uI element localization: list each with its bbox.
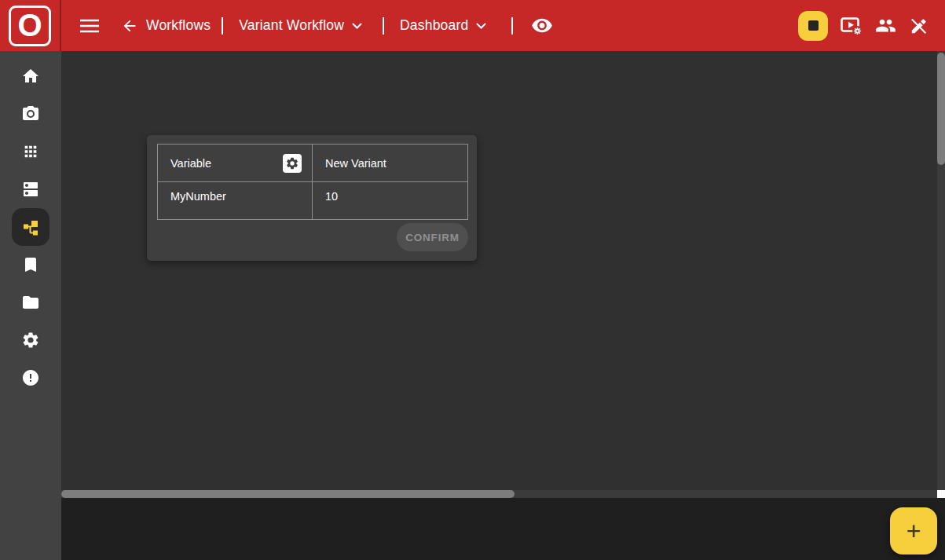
horizontal-scrollbar-thumb[interactable] [61, 490, 515, 498]
sidebar-item-settings[interactable] [12, 331, 49, 350]
workflow-tree-icon [21, 218, 40, 237]
divider [383, 17, 384, 35]
header-new-variant-label: New Variant [325, 157, 386, 170]
sidebar-item-files[interactable] [12, 293, 49, 312]
confirm-button[interactable]: CONFIRM [397, 223, 468, 251]
menu-button[interactable] [80, 19, 99, 33]
logo-letter: O [17, 9, 42, 41]
edit-off-button[interactable] [909, 16, 929, 36]
add-button[interactable]: + [890, 507, 937, 555]
edit-off-icon [909, 16, 929, 36]
preview-button[interactable] [531, 18, 553, 34]
top-bar: O Workflows Variant Workflow Dashboard [0, 0, 945, 51]
plus-icon: + [907, 517, 921, 545]
menu-icon [80, 19, 99, 33]
sidebar-item-home[interactable] [12, 67, 49, 86]
vertical-scrollbar-thumb[interactable] [937, 53, 945, 165]
stop-icon [808, 20, 819, 31]
vertical-scrollbar-track[interactable] [937, 51, 945, 490]
divider [222, 17, 223, 35]
bookmark-icon [21, 255, 40, 274]
variant-dialog-card: Variable New Variant MyNumber 10 CONFIRM [147, 135, 477, 261]
sidebar-item-camera[interactable] [12, 104, 49, 123]
bottom-panel [61, 498, 945, 560]
folder-icon [21, 293, 40, 312]
camera-icon [21, 104, 40, 123]
table-cell-variable-name: MyNumber [158, 182, 313, 219]
visibility-eye-icon [531, 18, 553, 34]
header-variable-label: Variable [170, 157, 211, 170]
sidebar-item-bookmarks[interactable] [12, 255, 49, 274]
users-button[interactable] [875, 15, 896, 36]
error-icon [21, 368, 40, 387]
app-logo[interactable]: O [0, 0, 61, 51]
scrollbar-corner [937, 490, 945, 498]
video-settings-button[interactable] [841, 16, 863, 36]
dns-list-icon [21, 180, 40, 199]
variable-table: Variable New Variant MyNumber 10 [157, 144, 468, 220]
sidebar-item-workflows[interactable] [12, 218, 49, 236]
sidebar-nav [0, 51, 61, 560]
variable-settings-button[interactable] [283, 154, 302, 173]
sidebar-item-datasets[interactable] [12, 180, 49, 199]
sidebar-item-apps[interactable] [12, 142, 49, 161]
settings-applications-icon [285, 156, 299, 170]
chevron-down-icon [352, 23, 362, 29]
workflow-dropdown[interactable]: Variant Workflow [239, 17, 362, 34]
stop-record-button[interactable] [798, 11, 828, 41]
home-icon [21, 67, 40, 86]
table-cell-variable-value[interactable]: 10 [313, 182, 467, 219]
dashboard-canvas: Variable New Variant MyNumber 10 CONFIRM [61, 51, 945, 490]
topbar-actions [798, 11, 929, 41]
settings-gear-icon [21, 331, 40, 350]
table-header-variable: Variable [158, 145, 313, 182]
table-header-new-variant: New Variant [313, 145, 467, 182]
chevron-down-icon [476, 23, 486, 29]
back-arrow-icon [121, 17, 138, 35]
app-window: O Workflows Variant Workflow Dashboard [0, 0, 945, 560]
breadcrumb-workflows[interactable]: Workflows [146, 17, 211, 34]
logo-o-icon: O [9, 5, 51, 46]
view-dropdown[interactable]: Dashboard [400, 17, 486, 34]
workflow-dropdown-value: Variant Workflow [239, 17, 344, 34]
sidebar-item-errors[interactable] [12, 368, 49, 387]
back-button[interactable] [121, 17, 138, 35]
horizontal-scrollbar-track[interactable] [61, 490, 937, 498]
divider [511, 17, 513, 35]
apps-grid-icon [22, 143, 39, 160]
people-icon [875, 15, 896, 36]
video-settings-icon [841, 16, 863, 36]
view-dropdown-value: Dashboard [400, 17, 468, 34]
